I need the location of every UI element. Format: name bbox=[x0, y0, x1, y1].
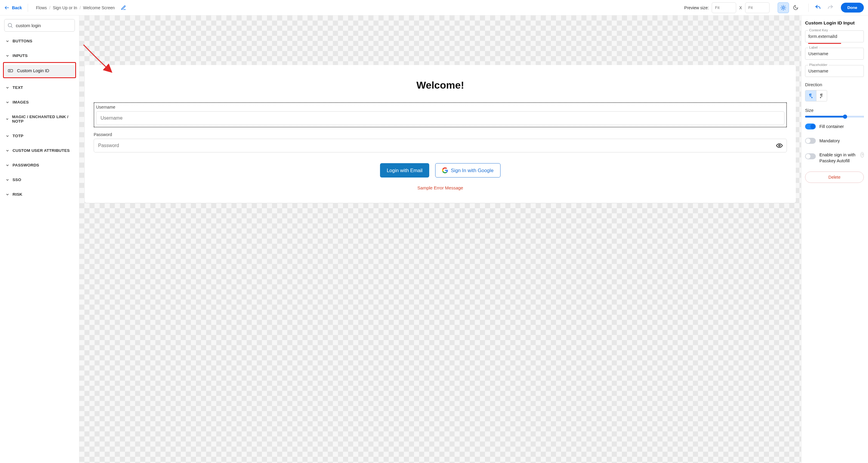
properties-panel: Custom Login ID Input Context Key Label … bbox=[801, 16, 868, 463]
breadcrumb-flow[interactable]: Sign Up or In bbox=[53, 5, 77, 10]
sun-icon bbox=[780, 5, 786, 11]
divider bbox=[808, 4, 809, 12]
context-key-input[interactable] bbox=[805, 30, 864, 42]
component-search-input[interactable] bbox=[4, 19, 75, 32]
preview-separator: X bbox=[739, 5, 742, 10]
password-label: Password bbox=[94, 132, 787, 137]
edit-button[interactable] bbox=[121, 5, 126, 10]
password-input[interactable] bbox=[94, 139, 787, 152]
password-visibility-toggle[interactable] bbox=[776, 142, 783, 150]
breadcrumb-screen[interactable]: Welcome Screen bbox=[83, 5, 115, 10]
google-signin-button[interactable]: Sign In with Google bbox=[435, 163, 500, 178]
chevron-down-icon bbox=[5, 39, 9, 43]
direction-ltr-button[interactable] bbox=[805, 90, 816, 101]
category-label: BUTTONS bbox=[12, 39, 32, 43]
canvas[interactable]: Welcome! Username Password Login with Em… bbox=[79, 16, 801, 463]
redo-button[interactable] bbox=[827, 4, 834, 11]
category-label: RISK bbox=[12, 192, 22, 196]
divider bbox=[28, 4, 28, 12]
svg-point-1 bbox=[782, 6, 784, 9]
rtl-icon bbox=[819, 93, 825, 98]
category-sso[interactable]: SSO bbox=[4, 175, 75, 185]
direction-toggle bbox=[805, 90, 827, 101]
light-theme-button[interactable] bbox=[778, 2, 789, 13]
svg-line-9 bbox=[784, 6, 785, 6]
chevron-down-icon bbox=[5, 178, 9, 182]
category-label: TEXT bbox=[12, 85, 23, 90]
preview-height-input[interactable] bbox=[745, 2, 770, 13]
topbar: Back Flows / Sign Up or In / Welcome Scr… bbox=[0, 0, 868, 16]
sidebar-item-label: Custom Login ID bbox=[17, 68, 49, 73]
passkey-help-button[interactable]: ? bbox=[861, 152, 864, 157]
preview-width-input[interactable] bbox=[712, 2, 736, 13]
category-totp[interactable]: TOTP bbox=[4, 131, 75, 141]
delete-button[interactable]: Delete bbox=[805, 172, 864, 183]
input-icon bbox=[7, 68, 13, 74]
sidebar-group-buttons: BUTTONS bbox=[4, 36, 75, 46]
fill-container-label: Fill container bbox=[819, 124, 844, 129]
category-passwords[interactable]: PASSWORDS bbox=[4, 160, 75, 171]
chevron-down-icon bbox=[5, 149, 9, 153]
undo-button[interactable] bbox=[815, 4, 821, 11]
mandatory-toggle[interactable] bbox=[805, 138, 816, 144]
search-icon bbox=[7, 22, 13, 28]
sidebar-item-custom-login-id[interactable]: Custom Login ID bbox=[4, 65, 74, 77]
chevron-down-icon bbox=[5, 100, 9, 104]
breadcrumb: Flows / Sign Up or In / Welcome Screen bbox=[36, 5, 115, 10]
category-label: MAGIC / ENCHANTED LINK / NOTP bbox=[12, 115, 74, 124]
passkey-label: Enable sign in with Passkey Autofill bbox=[819, 152, 856, 164]
placeholder-input[interactable] bbox=[805, 65, 864, 77]
svg-point-13 bbox=[778, 145, 780, 147]
moon-icon bbox=[793, 5, 799, 10]
size-slider[interactable] bbox=[805, 116, 864, 118]
category-magic[interactable]: MAGIC / ENCHANTED LINK / NOTP bbox=[4, 112, 75, 126]
dark-theme-button[interactable] bbox=[790, 2, 802, 13]
google-signin-label: Sign In with Google bbox=[451, 168, 494, 173]
size-label: Size bbox=[805, 108, 864, 113]
screen-card: Welcome! Username Password Login with Em… bbox=[85, 65, 796, 203]
undo-icon bbox=[815, 4, 821, 11]
placeholder-field-label: Placeholder bbox=[808, 63, 829, 66]
label-input[interactable] bbox=[805, 48, 864, 60]
back-label: Back bbox=[12, 5, 22, 10]
ltr-icon bbox=[808, 93, 813, 98]
mandatory-row: Mandatory bbox=[805, 138, 864, 144]
category-label: INPUTS bbox=[12, 53, 28, 58]
svg-line-11 bbox=[11, 27, 12, 28]
chevron-down-icon bbox=[5, 134, 9, 138]
category-inputs[interactable]: INPUTS bbox=[4, 51, 75, 61]
back-button[interactable]: Back bbox=[4, 5, 22, 10]
done-button[interactable]: Done bbox=[841, 3, 864, 12]
passkey-row: Enable sign in with Passkey Autofill ? bbox=[805, 152, 864, 164]
google-icon bbox=[442, 167, 448, 173]
selected-element-outline[interactable]: Username bbox=[94, 102, 787, 127]
login-email-button[interactable]: Login with Email bbox=[380, 163, 429, 178]
chevron-down-icon bbox=[5, 54, 9, 58]
properties-title: Custom Login ID Input bbox=[805, 20, 864, 26]
category-text[interactable]: TEXT bbox=[4, 82, 75, 93]
category-custom-user-attributes[interactable]: CUSTOM USER ATTRIBUTES bbox=[4, 145, 75, 156]
annotation-highlight-box: Custom Login ID bbox=[3, 62, 76, 78]
category-images[interactable]: IMAGES bbox=[4, 97, 75, 107]
welcome-title: Welcome! bbox=[94, 79, 787, 91]
direction-label: Direction bbox=[805, 82, 864, 87]
breadcrumb-root[interactable]: Flows bbox=[36, 5, 47, 10]
chevron-down-icon bbox=[5, 192, 9, 196]
fill-container-toggle[interactable] bbox=[805, 124, 816, 129]
passkey-toggle[interactable] bbox=[805, 153, 816, 159]
mandatory-label: Mandatory bbox=[819, 138, 840, 143]
username-input[interactable] bbox=[96, 111, 784, 125]
category-buttons[interactable]: BUTTONS bbox=[4, 36, 75, 46]
sidebar-group-inputs: INPUTS Custom Login ID bbox=[4, 51, 75, 78]
chevron-down-icon bbox=[5, 117, 9, 121]
breadcrumb-separator: / bbox=[80, 5, 81, 10]
label-field-label: Label bbox=[808, 45, 819, 49]
error-message: Sample Error Message bbox=[94, 185, 787, 190]
category-risk[interactable]: RISK bbox=[4, 189, 75, 199]
annotation-underline bbox=[808, 43, 841, 44]
direction-rtl-button[interactable] bbox=[816, 90, 827, 101]
redo-icon bbox=[827, 4, 834, 11]
category-label: TOTP bbox=[12, 134, 24, 138]
eye-icon bbox=[776, 142, 783, 149]
svg-line-4 bbox=[781, 6, 782, 6]
